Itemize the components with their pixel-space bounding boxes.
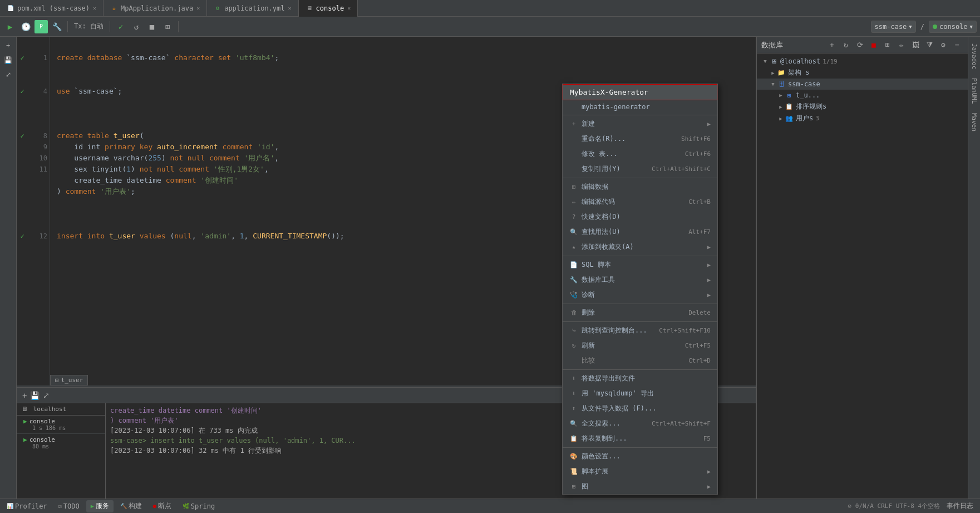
line-numbers: 1 4 8 9 10 11 xyxy=(28,37,50,385)
tree-localhost-count: 1/19 xyxy=(823,58,838,65)
tab-close-pom[interactable]: ✕ xyxy=(93,5,96,11)
run-btn[interactable]: ▶ xyxy=(3,20,17,33)
p-btn[interactable]: P xyxy=(35,20,48,33)
users-icon: 👥 xyxy=(785,114,794,123)
tree-t-user[interactable]: ▶ ⊞ t_u... xyxy=(757,90,968,101)
ctx-mybatis-gen[interactable]: mybatis-generator xyxy=(563,100,717,114)
check-btn[interactable]: ✓ xyxy=(114,20,127,33)
undo-btn[interactable]: ↺ xyxy=(130,20,143,33)
sep3 xyxy=(178,21,179,32)
ctx-edit-source[interactable]: ✏ 编辑源代码 Ctrl+B xyxy=(563,194,717,209)
tab-console[interactable]: 🖥 console ✕ xyxy=(299,0,358,17)
tree-users-count: 3 xyxy=(815,115,819,122)
ctx-rename[interactable]: 重命名(R)... Shift+F6 xyxy=(563,131,717,146)
bottom-tab-todo[interactable]: ☑ TODO xyxy=(54,500,84,512)
maven-tool[interactable]: Maven xyxy=(969,109,979,136)
tab-mp[interactable]: ☕ MpApplication.java ✕ xyxy=(104,0,207,17)
ctx-refresh-icon: ↻ xyxy=(569,342,578,349)
add-tool-btn[interactable]: + xyxy=(2,39,15,52)
tree-localhost[interactable]: ▼ 🖥 @localhost 1/19 xyxy=(757,56,968,67)
db-img-btn[interactable]: 🖼 xyxy=(909,39,922,51)
db-sync-btn[interactable]: ⟳ xyxy=(854,39,866,51)
ctx-script-ext[interactable]: 📜 脚本扩展 ▶ xyxy=(563,464,717,479)
session-item-2[interactable]: ▶ console 80 ms xyxy=(17,434,105,452)
console-dropdown[interactable]: console ▼ xyxy=(929,21,977,33)
db-refresh-btn[interactable]: ↻ xyxy=(840,39,852,51)
tree-users[interactable]: ▶ 👥 用户s 3 xyxy=(757,113,968,124)
ctx-modify[interactable]: 修改 表... Ctrl+F6 xyxy=(563,146,717,162)
ctx-color[interactable]: 🎨 颜色设置... xyxy=(563,449,717,464)
expand-tool-btn[interactable]: ⤢ xyxy=(2,68,15,81)
tab-close-console[interactable]: ✕ xyxy=(347,5,351,11)
tree-sort[interactable]: ▶ 📋 排序规则s xyxy=(757,101,968,113)
tab-pom[interactable]: 📄 pom.xml (ssm-case) ✕ xyxy=(0,0,104,17)
ctx-find-usage[interactable]: 🔍 查找用法(U) Alt+F7 xyxy=(563,224,717,240)
db-settings-btn[interactable]: ⚙ xyxy=(937,39,949,51)
ctx-diagnose[interactable]: 🩺 诊断 ▶ xyxy=(563,287,717,302)
planuml-tool[interactable]: PlanUML xyxy=(969,74,979,108)
grid-btn[interactable]: ⊞ xyxy=(161,20,174,33)
add-console-btn[interactable]: + xyxy=(22,391,27,400)
tool-btn[interactable]: 🔧 xyxy=(50,20,63,33)
ssm-dropdown[interactable]: ssm-case ▼ xyxy=(871,21,916,33)
ctx-sql-script[interactable]: 📄 SQL 脚本 ▶ xyxy=(563,257,717,272)
tree-t-user-label: t_u... xyxy=(796,91,820,99)
ctx-delete[interactable]: 🗑 删除 Delete xyxy=(563,305,717,320)
breakpoint-dot-icon: ● xyxy=(153,503,156,509)
javadoc-tool[interactable]: Javadoc xyxy=(969,39,979,74)
ctx-dbtool-arrow: ▶ xyxy=(707,277,711,283)
bottom-tab-build[interactable]: 🔨 构建 xyxy=(116,500,146,512)
bottom-tab-spring[interactable]: 🌿 Spring xyxy=(178,500,219,512)
db-minus-btn[interactable]: − xyxy=(951,39,963,51)
tab-yml[interactable]: ⚙ application.yml ✕ xyxy=(207,0,298,17)
db-edit-btn[interactable]: ✏ xyxy=(895,39,908,51)
bottom-tab-breakpoints[interactable]: ● 断点 xyxy=(149,500,176,512)
ctx-copy-table[interactable]: 📋 将表复制到... F5 xyxy=(563,431,717,446)
ctx-edit-data[interactable]: ⊞ 编辑数据 xyxy=(563,179,717,194)
tree-ssm-case[interactable]: ▼ 🗄 ssm-case xyxy=(757,79,968,90)
tree-users-label: 用户s xyxy=(796,114,813,123)
ctx-sql-arrow: ▶ xyxy=(707,262,711,268)
ctx-copy-ref[interactable]: 复制引用(Y) Ctrl+Alt+Shift+C xyxy=(563,162,717,177)
ctx-color-icon: 🎨 xyxy=(569,453,578,460)
bottom-tab-services[interactable]: ▶ 服务 xyxy=(86,500,114,512)
ctx-new[interactable]: + 新建 ▶ xyxy=(563,116,717,131)
stop-btn[interactable]: ■ xyxy=(145,20,159,33)
tree-jiagou[interactable]: ▶ 📁 架构 s xyxy=(757,67,968,79)
bottom-tab-events[interactable]: 事件日志 xyxy=(942,500,978,512)
tree-arrow-t-user: ▶ xyxy=(777,91,785,99)
ctx-quick-doc[interactable]: ? 快速文档(D) xyxy=(563,209,717,224)
ctx-fulltext[interactable]: 🔍 全文搜索... Ctrl+Alt+Shift+F xyxy=(563,416,717,431)
sort-icon: 📋 xyxy=(785,102,794,111)
ctx-import[interactable]: ⬆ 从文件导入数据 (F)... xyxy=(563,401,717,416)
save-tool-btn[interactable]: 💾 xyxy=(2,53,15,67)
ctx-jump-console[interactable]: ⤷ 跳转到查询控制台... Ctrl+Shift+F10 xyxy=(563,323,717,338)
session-time-2: 80 ms xyxy=(23,443,99,450)
session-item-1[interactable]: ▶ console 1 s 186 ms xyxy=(17,416,105,434)
tab-close-mp[interactable]: ✕ xyxy=(196,5,200,11)
ctx-favorites[interactable]: ★ 添加到收藏夹(A) ▶ xyxy=(563,240,717,255)
clock-btn[interactable]: 🕐 xyxy=(19,20,32,33)
db-stop-btn[interactable]: ■ xyxy=(868,39,880,51)
folder-icon-jiagou: 📁 xyxy=(777,69,786,77)
ctx-export-file[interactable]: ⬇ 将数据导出到文件 xyxy=(563,371,717,386)
db-filter-btn[interactable]: ⧩ xyxy=(923,39,935,51)
tab-close-yml[interactable]: ✕ xyxy=(288,5,292,11)
db-add-btn[interactable]: + xyxy=(826,39,838,51)
expand-console-btn[interactable]: ⤢ xyxy=(43,391,50,400)
db-server-icon: 🖥 xyxy=(769,57,778,66)
bottom-tab-profiler[interactable]: 📊 Profiler xyxy=(2,500,52,512)
tx-label: Tx: 自动 xyxy=(74,22,104,31)
db-grid-btn[interactable]: ⊞ xyxy=(881,39,894,51)
ctx-mybatisx[interactable]: MybatisX-Generator xyxy=(563,84,717,100)
ctx-compare[interactable]: 比较 Ctrl+D xyxy=(563,353,717,368)
save-console-btn[interactable]: 💾 xyxy=(30,391,40,400)
db-header: 数据库 + ↻ ⟳ ■ ⊞ ✏ 🖼 ⧩ ⚙ − xyxy=(757,37,968,53)
ctx-refresh[interactable]: ↻ 刷新 Ctrl+F5 xyxy=(563,338,717,353)
ctx-db-tools[interactable]: 🔧 数据库工具 ▶ xyxy=(563,272,717,287)
conn-info: + 💾 ⤢ xyxy=(20,391,52,400)
ctx-mysqldump[interactable]: ⬇ 用 'mysqldump' 导出 xyxy=(563,386,717,401)
tree-arrow-users: ▶ xyxy=(777,115,785,123)
build-hammer-icon: 🔨 xyxy=(120,503,127,509)
ctx-diagram[interactable]: ⊞ 图 ▶ xyxy=(563,479,717,494)
